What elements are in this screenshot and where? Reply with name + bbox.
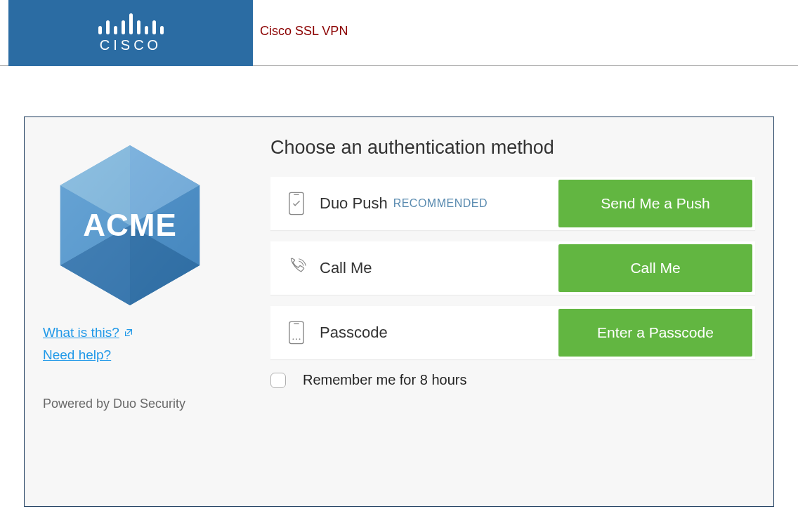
remember-me-label: Remember me for 8 hours (303, 372, 466, 388)
what-is-this-link[interactable]: What is this? (43, 325, 133, 340)
call-me-button[interactable]: Call Me (558, 244, 752, 292)
duo-auth-frame: ACME What is this? Need help? Powered by… (24, 117, 774, 507)
method-call-me: Call Me Call Me (270, 241, 755, 295)
method-duo-push: Duo Push RECOMMENDED Send Me a Push (270, 177, 755, 230)
method-label: Call Me (320, 259, 372, 277)
svg-point-10 (293, 338, 294, 340)
cisco-brand-text: CISCO (100, 37, 162, 53)
svg-rect-9 (289, 321, 303, 343)
org-name: ACME (83, 208, 177, 243)
what-is-this-label: What is this? (43, 325, 119, 340)
auth-heading: Choose an authentication method (270, 137, 755, 159)
enter-passcode-button[interactable]: Enter a Passcode (558, 309, 752, 357)
svg-point-12 (299, 338, 301, 340)
need-help-link[interactable]: Need help? (43, 347, 111, 363)
recommended-badge: RECOMMENDED (393, 197, 488, 210)
duo-sidebar: ACME What is this? Need help? Powered by… (25, 117, 234, 506)
remember-me-checkbox[interactable] (270, 373, 286, 388)
cisco-bars-icon (98, 12, 164, 34)
external-link-icon (124, 328, 133, 338)
page-header: CISCO Cisco SSL VPN (0, 0, 798, 66)
send-push-button[interactable]: Send Me a Push (558, 180, 752, 227)
phone-call-icon (286, 255, 307, 281)
method-label: Duo Push (320, 194, 388, 213)
method-passcode: Passcode Enter a Passcode (270, 306, 755, 359)
method-label: Passcode (320, 324, 388, 342)
svg-point-11 (296, 338, 297, 340)
duo-main: Choose an authentication method Duo Push… (234, 117, 773, 506)
phone-check-icon (286, 190, 307, 217)
page-title: Cisco SSL VPN (260, 24, 348, 39)
phone-keypad-icon (286, 319, 307, 346)
org-logo: ACME (43, 138, 217, 312)
cisco-logo: CISCO (8, 0, 253, 66)
remember-me-row: Remember me for 8 hours (270, 372, 755, 388)
powered-by-text: Powered by Duo Security (43, 397, 185, 411)
